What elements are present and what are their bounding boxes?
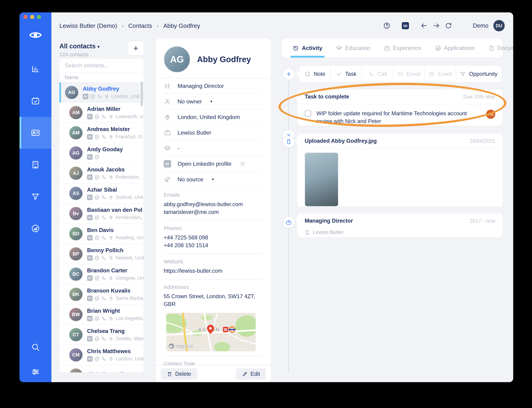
address-map[interactable]: ACTON	[166, 313, 256, 351]
user-avatar[interactable]: DU	[493, 20, 505, 31]
trash-icon	[167, 371, 172, 377]
location-pin-icon	[108, 215, 114, 220]
activity-tabs: ActivityEducationExperienceApplicationsD…	[282, 39, 503, 58]
funnel-icon	[460, 71, 466, 77]
help-icon[interactable]	[383, 22, 390, 29]
field-icon	[164, 129, 171, 136]
composer-email-button[interactable]: Email	[393, 66, 425, 82]
contact-meta: in @ London, Unit…	[83, 94, 144, 99]
contact-list-item[interactable]: CM Chris Matthewes in @ London, Unit…	[59, 345, 144, 365]
breadcrumb-company[interactable]: Lewiss Butler (Demo)	[59, 22, 117, 29]
sidebar-item-settings[interactable]	[19, 356, 52, 382]
back-arrow-icon[interactable]	[420, 22, 428, 29]
sidebar-item-contacts[interactable]	[19, 117, 52, 149]
contact-avatar: AS	[69, 187, 83, 200]
edit-button[interactable]: Edit	[236, 368, 266, 380]
contact-meta: in @ Reading, Uni…	[87, 235, 144, 241]
contact-list-item[interactable]: Bv Bastiaan van den Pol in @ Amsterdam, …	[59, 204, 144, 224]
contact-name: Brandon Carter	[87, 267, 144, 274]
topbar-controls: in Demo DU	[383, 12, 505, 39]
detail-field-row: Lewiss Butler	[164, 125, 263, 141]
contact-list-item[interactable]: AJ Anouk Jacobs in @ Rotterdam, …	[59, 163, 144, 183]
composer-call-button[interactable]: Call	[362, 66, 393, 82]
contact-list-item[interactable]: AM Adrian Miller in @ Lowestoft, U…	[59, 103, 144, 123]
sidebar-item-campaigns[interactable]	[19, 212, 52, 244]
contact-list-item[interactable]: BD Ben Davis in @ Reading, Uni…	[59, 224, 144, 244]
email-at-icon: @	[94, 174, 99, 180]
phone-value: +44 7225 568 098 +44 208 150 1514	[164, 234, 263, 249]
contacts-filter-dropdown[interactable]: All contacts▾	[59, 42, 100, 50]
contact-list-item[interactable]: AG Abby Godfrey in @ London, Unit…	[59, 83, 144, 103]
delete-button[interactable]: Delete	[161, 368, 197, 380]
briefcase-icon	[384, 45, 390, 51]
breadcrumb-contacts[interactable]: Contacts	[128, 22, 152, 29]
sidebar-item-pipeline[interactable]	[19, 181, 52, 212]
task-card: Task to complete Due 20th May WIP folder…	[297, 89, 503, 126]
contact-list-item[interactable]: CP Chris Pownall in @	[59, 365, 144, 372]
forward-arrow-icon[interactable]	[433, 22, 440, 29]
contact-list-item[interactable]: CT Chelsea Trang in @ Seattle, Was…	[59, 325, 144, 345]
minimize-window-button[interactable]	[30, 15, 34, 19]
contact-list-item[interactable]: BK Branson Kuvalis in @ Santa Barba…	[59, 284, 144, 305]
timeline-file-node	[283, 136, 295, 148]
email-at-icon: @	[94, 275, 99, 281]
tab-documents[interactable]: Documents	[488, 39, 513, 58]
location-pin-icon	[108, 316, 114, 321]
contact-list-card: Name AG Abby Godfrey in @ London, Unit… …	[59, 59, 144, 372]
contact-list-item[interactable]: BP Benny Pollich in @ Newark, Unit…	[59, 244, 144, 264]
composer-note-button[interactable]: Note	[299, 66, 330, 82]
contact-list-item[interactable]: BC Brandon Carter in @ Glasgow, Un…	[59, 264, 144, 284]
close-window-button[interactable]	[23, 15, 27, 19]
contact-avatar: AM	[69, 126, 83, 140]
activity-panel: ActivityEducationExperienceApplicationsD…	[282, 39, 503, 382]
task-checkbox[interactable]	[305, 110, 311, 117]
refresh-icon[interactable]	[445, 22, 452, 29]
tab-applications[interactable]: Applications	[435, 39, 475, 58]
weburls-label: Weburls	[164, 259, 263, 264]
contact-location: Reading, Uni…	[115, 235, 144, 240]
contact-list-item[interactable]: BW Brian Wright in @ Los Angeles,…	[59, 305, 144, 325]
tab-experience[interactable]: Experience	[384, 39, 421, 58]
location-pin-icon	[108, 235, 114, 240]
location-pin-icon	[108, 356, 114, 361]
zoom-window-button[interactable]	[37, 15, 41, 19]
history-icon	[293, 45, 299, 51]
breadcrumb: Lewiss Butler (Demo) › Contacts › Abby G…	[59, 12, 200, 39]
sidebar-item-companies[interactable]	[19, 149, 52, 181]
location-pin-icon	[108, 275, 114, 281]
contact-list-item[interactable]: AG Andy Gooday in @	[59, 143, 144, 163]
contact-location: Newark, Unit…	[115, 255, 144, 261]
linkedin-icon: in	[87, 195, 93, 200]
email-at-icon: @	[94, 255, 99, 261]
search-input[interactable]	[65, 62, 138, 69]
composer-task-button[interactable]: Task	[330, 66, 362, 82]
timeline-add-node[interactable]	[283, 68, 295, 80]
contact-card-icon	[31, 128, 40, 137]
contact-location: London, Unit…	[111, 94, 144, 99]
add-contact-button[interactable]: +	[128, 42, 144, 55]
linkedin-icon[interactable]: in	[402, 22, 409, 29]
external-link-icon	[240, 161, 245, 166]
campaign-icon	[31, 224, 40, 233]
uploaded-photo-thumbnail[interactable]	[305, 153, 338, 206]
mapbox-attribution: ▶ mapbox	[169, 343, 193, 349]
building-icon	[305, 230, 310, 235]
detail-field-row: No owner ▾	[164, 94, 263, 110]
tab-activity[interactable]: Activity	[293, 39, 322, 58]
list-scrollbar[interactable]	[141, 81, 143, 106]
linkedin-icon: in	[87, 134, 93, 140]
composer-event-button[interactable]: Event	[425, 66, 456, 82]
location-pin-icon	[108, 134, 114, 139]
contact-list-item[interactable]: AM Andreas Meister in @ Frankfurt, G…	[59, 123, 144, 143]
sidebar-item-analytics[interactable]	[19, 53, 52, 85]
contact-location: Seattle, Was…	[115, 336, 144, 341]
sidebar-item-calendar[interactable]	[19, 85, 52, 117]
composer-opportunity-button[interactable]: Opportunity	[456, 66, 501, 82]
location-pin-icon	[108, 296, 114, 301]
tab-education[interactable]: Education	[336, 39, 370, 58]
upload-card-title: Uploaded Abby Godfrey.jpg	[305, 138, 377, 144]
timeline-briefcase-node	[283, 216, 295, 229]
contact-list-item[interactable]: AS Azhar Sibal in @ Solihull, Unit…	[59, 183, 144, 204]
pencil-icon	[242, 371, 248, 377]
demo-label[interactable]: Demo	[473, 22, 488, 29]
